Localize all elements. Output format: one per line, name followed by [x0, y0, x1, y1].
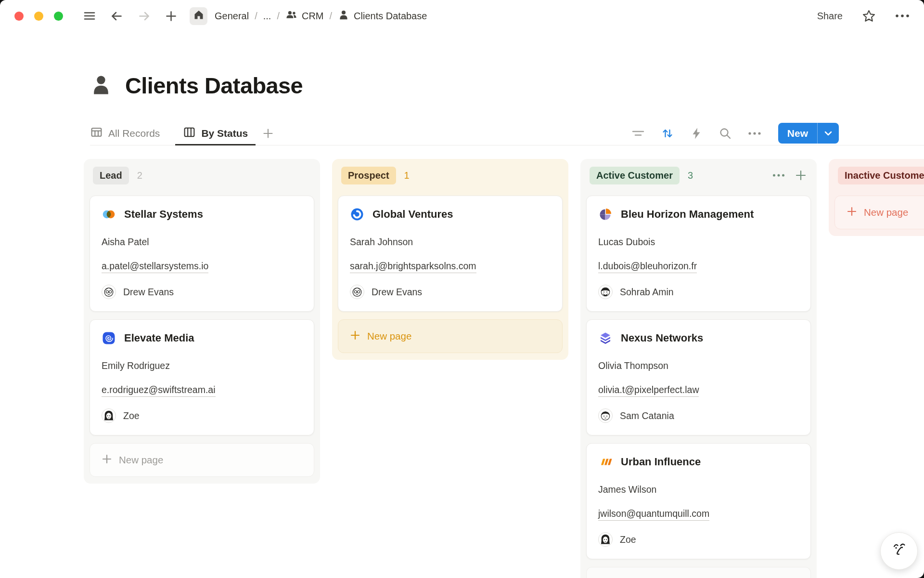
column-active-customer-count: 3 [688, 170, 693, 181]
table-view-icon [90, 126, 103, 141]
topbar: General / ... / CRM / Clients Database S… [0, 0, 924, 32]
company-card-urban-influence[interactable]: Urban Influence James Wilson jwilson@qua… [586, 443, 811, 559]
status-badge-lead: Lead [93, 167, 129, 184]
app-window: General / ... / CRM / Clients Database S… [0, 0, 924, 578]
card-email-link[interactable]: sarah.j@brightsparksolns.com [350, 261, 476, 273]
column-inactive-customer-header: Inactive Customer [834, 166, 924, 184]
bleu-horizon-logo-icon [598, 207, 613, 222]
more-options-icon[interactable] [895, 13, 910, 19]
card-company-name: Stellar Systems [124, 208, 203, 221]
home-icon [193, 9, 205, 23]
breadcrumb-item-crm[interactable]: CRM [285, 9, 324, 23]
share-button[interactable]: Share [817, 11, 843, 22]
zoe-avatar [598, 532, 613, 547]
zoom-window-button[interactable] [54, 12, 63, 21]
nexus-networks-logo-icon [598, 331, 613, 345]
card-contact-name: Aisha Patel [102, 236, 302, 248]
status-badge-active-customer: Active Customer [590, 167, 680, 184]
ai-assistant-button[interactable] [880, 532, 918, 570]
company-card-global-ventures[interactable]: Global Ventures Sarah Johnson sarah.j@br… [338, 196, 563, 312]
elevate-media-logo-icon [102, 331, 116, 345]
breadcrumb-item-general[interactable]: General [215, 11, 249, 22]
new-tab-plus-icon[interactable] [165, 10, 177, 22]
sidebar-toggle-icon[interactable] [83, 10, 96, 22]
new-page-button[interactable]: New page [338, 319, 563, 353]
sort-icon[interactable] [661, 127, 674, 140]
traffic-lights [14, 12, 63, 21]
card-company-name: Elevate Media [124, 332, 194, 344]
sam-catania-avatar [598, 408, 613, 423]
global-ventures-logo-icon [350, 207, 364, 222]
company-card-stellar-systems[interactable]: Stellar Systems Aisha Patel a.patel@stel… [90, 196, 314, 312]
new-button[interactable]: New [778, 123, 839, 144]
company-card-elevate-media[interactable]: Elevate Media Emily Rodriguez e.rodrigue… [90, 319, 314, 435]
plus-icon [350, 330, 360, 343]
card-company-name: Global Ventures [372, 208, 453, 221]
column-prospect-count: 1 [404, 170, 410, 181]
column-prospect: Prospect 1 Global Ventures Sarah Johnson… [332, 159, 568, 360]
card-email-link[interactable]: l.dubois@bleuhorizon.fr [598, 261, 697, 273]
company-card-bleu-horizon[interactable]: Bleu Horizon Management Lucas Dubois l.d… [586, 196, 811, 312]
card-owner-name: Drew Evans [372, 287, 422, 298]
column-add-plus-icon[interactable] [795, 170, 807, 181]
sohrab-amin-avatar [598, 285, 613, 299]
filter-icon[interactable] [631, 128, 645, 139]
view-tabs-bar: All Records By Status [90, 121, 924, 145]
new-page-button[interactable]: New page [834, 196, 924, 229]
breadcrumb-separator: / [330, 11, 333, 22]
back-icon[interactable] [110, 10, 123, 23]
tab-all-records[interactable]: All Records [90, 121, 160, 145]
urban-influence-logo-icon [598, 455, 613, 469]
zoe-avatar [102, 408, 116, 423]
chevron-down-icon[interactable] [818, 123, 839, 144]
column-active-customer-header: Active Customer 3 [586, 166, 811, 184]
column-inactive-customer: Inactive Customer New page [829, 159, 924, 236]
breadcrumb-separator: / [277, 11, 280, 22]
status-badge-prospect: Prospect [341, 167, 396, 184]
card-owner-name: Sam Catania [620, 410, 674, 421]
card-email-link[interactable]: e.rodriguez@swiftstream.ai [102, 384, 216, 397]
breadcrumb-ellipsis[interactable]: ... [263, 11, 271, 22]
card-contact-name: Emily Rodriguez [102, 360, 302, 371]
column-more-ellipsis-icon[interactable] [772, 173, 785, 178]
card-email-link[interactable]: a.patel@stellarsystems.io [102, 261, 208, 273]
column-prospect-header: Prospect 1 [338, 166, 563, 184]
board-view-icon [183, 126, 196, 141]
card-owner-name: Drew Evans [123, 287, 174, 298]
breadcrumb-separator: / [255, 11, 257, 22]
page-title[interactable]: Clients Database [125, 72, 303, 99]
card-contact-name: James Wilson [598, 484, 799, 495]
view-more-ellipsis-icon[interactable] [748, 131, 761, 136]
column-active-customer: Active Customer 3 Bleu Horizon Mana [580, 159, 817, 578]
home-button[interactable] [190, 7, 207, 25]
new-page-button[interactable]: New page [90, 443, 314, 477]
card-owner-name: Sohrab Amin [620, 287, 674, 298]
card-contact-name: Olivia Thompson [598, 360, 799, 371]
close-window-button[interactable] [14, 12, 24, 21]
favorite-star-icon[interactable] [862, 9, 876, 23]
page-title-person-icon [90, 73, 113, 98]
card-owner-name: Zoe [620, 534, 636, 545]
plus-icon [847, 206, 857, 219]
card-contact-name: Lucas Dubois [598, 236, 799, 248]
breadcrumb-item-current[interactable]: Clients Database [338, 9, 427, 23]
add-view-plus-icon[interactable] [262, 128, 274, 139]
automation-lightning-icon[interactable] [690, 127, 703, 140]
card-owner-name: Zoe [123, 410, 140, 421]
card-email-link[interactable]: olivia.t@pixelperfect.law [598, 384, 699, 397]
breadcrumb: General / ... / CRM / Clients Database [215, 9, 427, 23]
tab-by-status[interactable]: By Status [175, 121, 256, 145]
column-lead: Lead 2 Stellar Systems Aisha Patel a.pat… [84, 159, 320, 484]
search-icon[interactable] [719, 127, 732, 140]
minimize-window-button[interactable] [34, 12, 43, 21]
forward-icon[interactable] [138, 10, 151, 23]
new-page-button-partial[interactable] [586, 567, 811, 578]
column-lead-header: Lead 2 [90, 166, 314, 184]
drew-evans-avatar [102, 285, 116, 299]
card-company-name: Bleu Horizon Management [621, 208, 754, 221]
team-icon [285, 9, 297, 23]
stellar-systems-logo-icon [102, 207, 116, 222]
company-card-nexus-networks[interactable]: Nexus Networks Olivia Thompson olivia.t@… [586, 319, 811, 435]
card-email-link[interactable]: jwilson@quantumquill.com [598, 508, 709, 521]
kanban-board: Lead 2 Stellar Systems Aisha Patel a.pat… [84, 159, 924, 578]
